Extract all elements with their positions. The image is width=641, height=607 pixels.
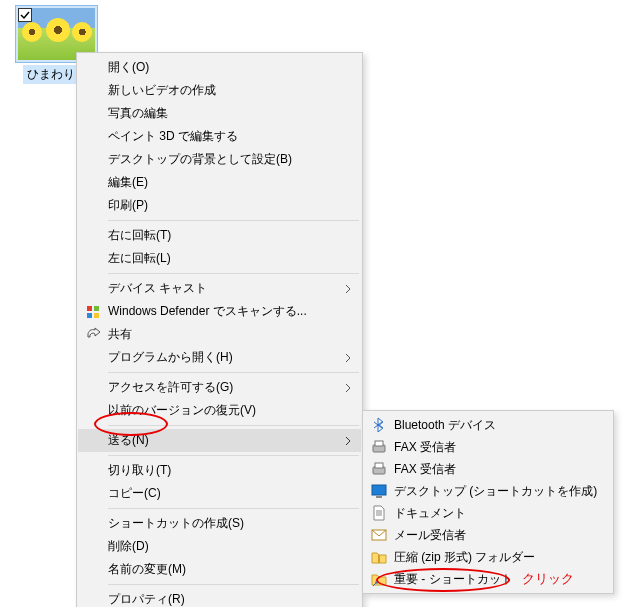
menu-separator	[108, 220, 359, 221]
document-icon	[368, 504, 390, 522]
menu-delete[interactable]: 削除(D)	[78, 535, 361, 558]
menu-defender-scan[interactable]: Windows Defender でスキャンする...	[78, 300, 361, 323]
menu-rename[interactable]: 名前の変更(M)	[78, 558, 361, 581]
menu-separator	[108, 508, 359, 509]
fax-icon	[368, 460, 390, 478]
zip-folder-icon	[368, 548, 390, 566]
svg-rect-2	[87, 313, 92, 318]
menu-print[interactable]: 印刷(P)	[78, 194, 361, 217]
menu-cut[interactable]: 切り取り(T)	[78, 459, 361, 482]
menu-rotate-right[interactable]: 右に回転(T)	[78, 224, 361, 247]
shield-icon	[82, 303, 104, 321]
share-icon	[82, 326, 104, 344]
context-menu: 開く(O) 新しいビデオの作成 写真の編集 ペイント 3D で編集する デスクト…	[76, 52, 363, 607]
menu-open-with[interactable]: プログラムから開く(H)	[78, 346, 361, 369]
menu-send-to[interactable]: 送る(N)	[78, 429, 361, 452]
file-checkbox[interactable]	[18, 8, 32, 22]
submenu-fax-1[interactable]: FAX 受信者	[364, 436, 612, 458]
menu-edit-photos[interactable]: 写真の編集	[78, 102, 361, 125]
menu-copy[interactable]: コピー(C)	[78, 482, 361, 505]
menu-set-wallpaper[interactable]: デスクトップの背景として設定(B)	[78, 148, 361, 171]
menu-grant-access[interactable]: アクセスを許可する(G)	[78, 376, 361, 399]
submenu-mail[interactable]: メール受信者	[364, 524, 612, 546]
bluetooth-icon	[368, 416, 390, 434]
svg-rect-8	[372, 485, 386, 495]
svg-rect-11	[378, 555, 380, 563]
svg-rect-1	[94, 306, 99, 311]
menu-restore-versions[interactable]: 以前のバージョンの復元(V)	[78, 399, 361, 422]
menu-separator	[108, 455, 359, 456]
chevron-right-icon	[341, 437, 355, 445]
svg-rect-9	[376, 496, 382, 498]
submenu-desktop-shortcut[interactable]: デスクトップ (ショートカットを作成)	[364, 480, 612, 502]
submenu-fax-2[interactable]: FAX 受信者	[364, 458, 612, 480]
menu-properties[interactable]: プロパティ(R)	[78, 588, 361, 607]
submenu-important-shortcut[interactable]: 重要 - ショートカット	[364, 568, 612, 590]
menu-separator	[108, 372, 359, 373]
chevron-right-icon	[341, 285, 355, 293]
fax-icon	[368, 438, 390, 456]
menu-separator	[108, 584, 359, 585]
menu-separator	[108, 273, 359, 274]
menu-share[interactable]: 共有	[78, 323, 361, 346]
menu-new-video[interactable]: 新しいビデオの作成	[78, 79, 361, 102]
menu-device-cast[interactable]: デバイス キャスト	[78, 277, 361, 300]
menu-edit[interactable]: 編集(E)	[78, 171, 361, 194]
submenu-zip[interactable]: 圧縮 (zip 形式) フォルダー	[364, 546, 612, 568]
send-to-submenu: Bluetooth デバイス FAX 受信者 FAX 受信者 デスクトップ (シ…	[362, 410, 614, 594]
menu-paint3d[interactable]: ペイント 3D で編集する	[78, 125, 361, 148]
mail-icon	[368, 526, 390, 544]
desktop-icon	[368, 482, 390, 500]
chevron-right-icon	[341, 384, 355, 392]
svg-rect-0	[87, 306, 92, 311]
submenu-documents[interactable]: ドキュメント	[364, 502, 612, 524]
folder-shortcut-icon	[368, 570, 390, 588]
menu-separator	[108, 425, 359, 426]
svg-rect-7	[375, 463, 383, 468]
menu-open[interactable]: 開く(O)	[78, 56, 361, 79]
svg-rect-5	[375, 441, 383, 446]
menu-create-shortcut[interactable]: ショートカットの作成(S)	[78, 512, 361, 535]
submenu-bluetooth[interactable]: Bluetooth デバイス	[364, 414, 612, 436]
menu-rotate-left[interactable]: 左に回転(L)	[78, 247, 361, 270]
svg-rect-3	[94, 313, 99, 318]
chevron-right-icon	[341, 354, 355, 362]
